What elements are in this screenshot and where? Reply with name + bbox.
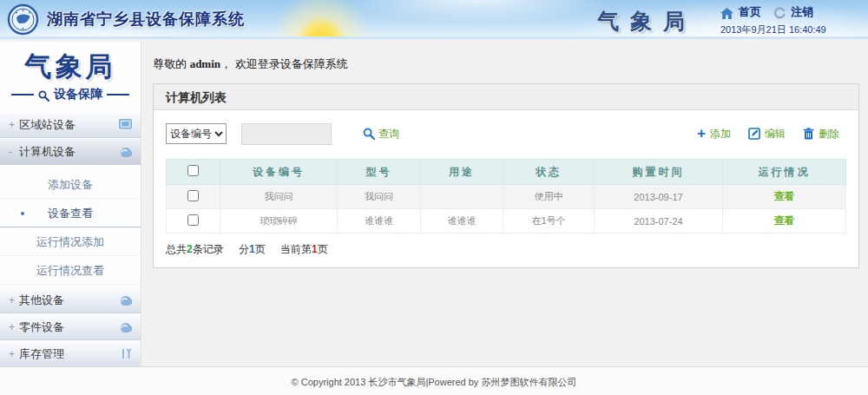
- view-link[interactable]: 查看: [774, 190, 795, 202]
- cloud-icon: [118, 321, 132, 332]
- monitor-icon: [119, 119, 132, 130]
- plus-icon: +: [697, 128, 706, 140]
- welcome-message: 尊敬的 admin， 欢迎登录设备保障系统: [142, 42, 868, 72]
- trash-icon: [803, 128, 814, 141]
- col-header-device-no: 设备编号: [220, 160, 338, 185]
- select-all-checkbox[interactable]: [187, 165, 199, 176]
- sidebar-item-regional-station[interactable]: + 区域站设备: [0, 111, 141, 138]
- edit-icon: [748, 128, 760, 141]
- row-checkbox[interactable]: [187, 214, 199, 226]
- query-button[interactable]: 查询: [363, 127, 399, 142]
- sidebar-item-label: 库存管理: [19, 346, 64, 362]
- sidebar-item-label: 其他设备: [19, 293, 64, 308]
- cell-model: 谁谁谁: [338, 209, 421, 234]
- cell-purpose: [421, 185, 503, 209]
- bureau-seal-logo: [7, 3, 39, 36]
- sidebar-logo-title: 气象局: [0, 49, 141, 85]
- col-header-purchase-date: 购置时间: [595, 160, 723, 185]
- copyright-text: © Copyright 2013 长沙市气象局|Powered by 苏州梦图软…: [292, 377, 577, 387]
- bureau-title: 气象局: [597, 7, 696, 36]
- active-bullet: [21, 212, 24, 215]
- sidebar: 气象局 设备保障 + 区域站设备 - 计算机设备: [0, 42, 141, 368]
- cell-status: 使用中: [503, 185, 595, 209]
- search-icon: [363, 128, 375, 141]
- total-records-count: 2: [187, 243, 193, 255]
- rule-left: [11, 94, 34, 95]
- home-icon: [720, 5, 733, 18]
- computer-list-panel: 计算机列表 设备编号 查询: [153, 83, 859, 268]
- sidebar-item-parts-equipment[interactable]: + 零件设备: [0, 313, 141, 340]
- top-header: 湖南省宁乡县设备保障系统 气象局 首页 注销 2013年9月21日 16:40:…: [0, 0, 868, 39]
- rule-right: [107, 94, 129, 95]
- datetime-display: 2013年9月21日 16:40:49: [720, 23, 859, 36]
- submenu-item-add-running-status[interactable]: 运行情况添加: [0, 227, 141, 256]
- logout-icon: [773, 5, 786, 19]
- panel-title: 计算机列表: [154, 84, 858, 110]
- table-header-row: 设备编号 型号 用途 状态 购置时间 运行情况: [167, 160, 846, 185]
- cloud-icon: [118, 294, 132, 306]
- col-header-status: 状态: [503, 160, 595, 185]
- delete-button[interactable]: 删除: [803, 127, 839, 142]
- col-header-model: 型号: [338, 160, 421, 185]
- current-page-number: 1: [312, 243, 318, 255]
- footer: © Copyright 2013 长沙市气象局|Powered by 苏州梦图软…: [0, 366, 868, 395]
- cell-purpose: 谁谁谁: [421, 209, 503, 234]
- username: admin: [190, 57, 220, 70]
- submenu-item-add-device[interactable]: 添加设备: [0, 170, 141, 199]
- sidebar-item-inventory-management[interactable]: + 库存管理: [0, 340, 141, 367]
- cloud-icon: [118, 146, 132, 157]
- pagination: 总共2条记录 分1页 当前第1页: [166, 242, 846, 257]
- search-field-select[interactable]: 设备编号: [166, 123, 227, 144]
- computer-table: 设备编号 型号 用途 状态 购置时间 运行情况 我问问 我问问 使用中: [166, 159, 846, 234]
- search-input[interactable]: [241, 123, 332, 145]
- cell-model: 我问问: [338, 185, 421, 209]
- table-row: 琐琐碎碎 谁谁谁 谁谁谁 在1号个 2013-07-24 查看: [167, 209, 846, 234]
- computer-equipment-submenu: 添加设备 设备查看 运行情况添加 运行情况查看: [0, 165, 141, 286]
- sidebar-item-label: 计算机设备: [19, 144, 76, 160]
- view-link[interactable]: 查看: [774, 214, 795, 227]
- submenu-item-view-device[interactable]: 设备查看: [0, 199, 141, 227]
- sidebar-item-other-equipment[interactable]: + 其他设备: [0, 286, 141, 313]
- sidebar-logo: 气象局 设备保障: [0, 42, 141, 111]
- cell-status: 在1号个: [503, 209, 595, 234]
- submenu-item-view-running-status[interactable]: 运行情况查看: [0, 256, 141, 285]
- tools-icon: [121, 348, 132, 359]
- pages-count: 1: [249, 243, 255, 255]
- cell-purchase-date: 2013-09-17: [595, 185, 723, 209]
- cell-purchase-date: 2013-07-24: [595, 209, 723, 234]
- sidebar-logo-subtitle: 设备保障: [54, 87, 102, 102]
- cell-device-no: 我问问: [220, 185, 338, 209]
- col-header-running-status: 运行情况: [723, 160, 846, 185]
- col-header-purpose: 用途: [421, 160, 503, 185]
- cell-device-no: 琐琐碎碎: [220, 209, 338, 234]
- search-deco-icon: [38, 88, 49, 102]
- nav-logout-link[interactable]: 注销: [791, 4, 813, 20]
- add-button[interactable]: + 添加: [697, 127, 731, 142]
- row-checkbox[interactable]: [187, 190, 199, 201]
- sidebar-item-label: 零件设备: [19, 319, 64, 335]
- nav-home-link[interactable]: 首页: [739, 4, 761, 20]
- edit-button[interactable]: 编辑: [748, 127, 786, 142]
- sidebar-item-computer-equipment[interactable]: - 计算机设备: [0, 138, 141, 165]
- main-content: 尊敬的 admin， 欢迎登录设备保障系统 计算机列表 设备编号 查询: [142, 42, 868, 268]
- system-title: 湖南省宁乡县设备保障系统: [47, 9, 245, 30]
- sidebar-item-label: 区域站设备: [19, 117, 76, 133]
- table-row: 我问问 我问问 使用中 2013-09-17 查看: [167, 185, 846, 209]
- toolbar: 设备编号 查询 + 添加: [166, 121, 846, 147]
